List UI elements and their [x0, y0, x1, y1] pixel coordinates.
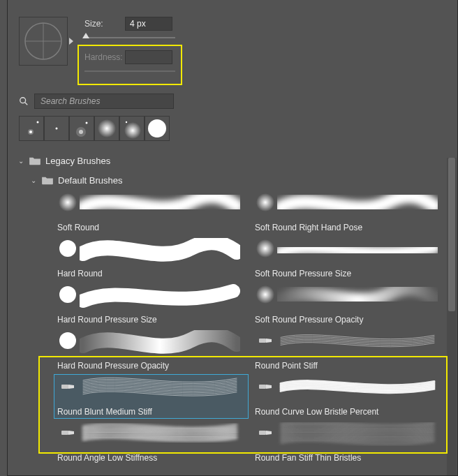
size-label: Size: [84, 19, 125, 29]
brush-name-label: Soft Round Pressure Size [255, 269, 351, 278]
brush-tip-icon [57, 238, 78, 259]
svg-point-20 [59, 286, 76, 303]
chevron-down-icon: ⌄ [17, 157, 24, 165]
folder-label: Legacy Brushes [45, 156, 110, 166]
svg-point-16 [59, 193, 77, 211]
flyout-arrow-icon[interactable] [69, 38, 73, 45]
svg-rect-25 [259, 385, 266, 389]
svg-point-18 [59, 240, 76, 257]
brush-tree: ⌄ Legacy Brushes ⌄ Default Brushes Soft … [8, 151, 457, 465]
brush-tip-icon [57, 192, 78, 213]
brush-preview[interactable] [19, 17, 68, 66]
folder-icon [41, 175, 54, 185]
brush-name-label: Round Curve Low Bristle Percent [255, 407, 378, 417]
svg-point-5 [37, 121, 39, 124]
brush-tip-icon [255, 192, 276, 213]
brush-tip-icon [57, 376, 78, 397]
folder-label: Default Brushes [58, 175, 123, 186]
search-icon [19, 96, 29, 106]
recent-brushes [8, 116, 457, 151]
brush-preset[interactable]: Soft Round [54, 190, 249, 235]
brush-picker-panel: Size: 4 px Hardness: [7, 0, 458, 476]
svg-point-17 [256, 193, 274, 211]
svg-point-21 [256, 285, 274, 304]
recent-brush-5[interactable] [119, 116, 145, 141]
svg-point-3 [20, 98, 26, 103]
brush-name-label: Round Point Stiff [255, 361, 318, 371]
svg-point-8 [56, 128, 58, 130]
svg-line-4 [25, 103, 28, 105]
svg-rect-24 [61, 385, 68, 389]
svg-point-9 [86, 122, 88, 124]
folder-icon [29, 156, 41, 165]
hardness-slider [84, 67, 175, 74]
brush-tip-icon [255, 376, 276, 397]
brush-name-label: Hard Round [57, 269, 103, 278]
brush-tip-icon [255, 330, 276, 351]
svg-rect-27 [259, 431, 266, 435]
brush-preset[interactable]: Hard Round Pressure Size [54, 282, 249, 327]
brush-tip-icon [57, 284, 78, 305]
brush-name-label: Hard Round Pressure Size [57, 315, 157, 325]
chevron-down-icon: ⌄ [30, 177, 37, 184]
svg-point-7 [29, 131, 32, 133]
brush-name-label: Soft Round Pressure Opacity [255, 315, 363, 325]
brush-name-label: Soft Round [57, 223, 99, 232]
svg-point-14 [124, 122, 141, 139]
svg-rect-23 [259, 339, 266, 343]
recent-brush-1[interactable] [19, 116, 44, 141]
recent-brush-4[interactable] [94, 116, 119, 141]
brush-tip-icon [57, 330, 78, 351]
brush-name-label: Round Blunt Medium Stiff [57, 407, 152, 417]
brush-tip-icon [57, 422, 78, 443]
svg-rect-26 [61, 431, 68, 435]
scrollbar[interactable] [447, 158, 457, 475]
brush-preset[interactable]: Round Blunt Medium Stiff [54, 374, 249, 419]
brush-preset[interactable]: Round Fan Stiff Thin Bristles [251, 420, 446, 465]
brush-name-label: Soft Round Right Hand Pose [255, 223, 362, 232]
size-slider[interactable] [84, 34, 175, 40]
brush-grid: Soft RoundSoft Round Right Hand PoseHard… [54, 190, 446, 465]
brush-preset[interactable]: Hard Round [54, 236, 249, 281]
svg-point-12 [98, 119, 116, 137]
svg-point-15 [148, 119, 166, 137]
folder-default-brushes[interactable]: ⌄ Default Brushes [15, 170, 457, 190]
brush-preset[interactable]: Soft Round Right Hand Pose [251, 190, 446, 235]
brush-preset[interactable]: Hard Round Pressure Opacity [54, 328, 249, 373]
brush-name-label: Round Angle Low Stiffness [57, 453, 157, 463]
svg-point-13 [126, 121, 127, 123]
brush-preset[interactable]: Soft Round Pressure Opacity [251, 282, 446, 327]
brush-tip-icon [255, 422, 276, 443]
brush-preset[interactable]: Soft Round Pressure Size [251, 236, 446, 281]
hardness-label: Hardness: [84, 52, 125, 62]
search-row [8, 89, 457, 116]
folder-legacy-brushes[interactable]: ⌄ Legacy Brushes [15, 151, 457, 170]
search-input[interactable] [34, 94, 174, 109]
brush-preset[interactable]: Round Curve Low Bristle Percent [251, 374, 446, 419]
svg-point-19 [256, 239, 274, 258]
recent-brush-6[interactable] [145, 116, 170, 141]
brush-tip-icon [255, 238, 276, 259]
brush-settings-section: Size: 4 px Hardness: [8, 0, 457, 89]
svg-point-11 [79, 130, 83, 134]
brush-name-label: Hard Round Pressure Opacity [57, 361, 169, 371]
hardness-field [125, 50, 172, 64]
recent-brush-2[interactable] [44, 116, 69, 141]
svg-point-22 [59, 332, 76, 349]
size-field[interactable]: 4 px [125, 17, 172, 31]
recent-brush-3[interactable] [69, 116, 94, 141]
brush-preset[interactable]: Round Point Stiff [251, 328, 446, 373]
brush-preset[interactable]: Round Angle Low Stiffness [54, 420, 249, 465]
brush-tip-icon [255, 284, 276, 305]
brush-name-label: Round Fan Stiff Thin Bristles [255, 453, 361, 463]
